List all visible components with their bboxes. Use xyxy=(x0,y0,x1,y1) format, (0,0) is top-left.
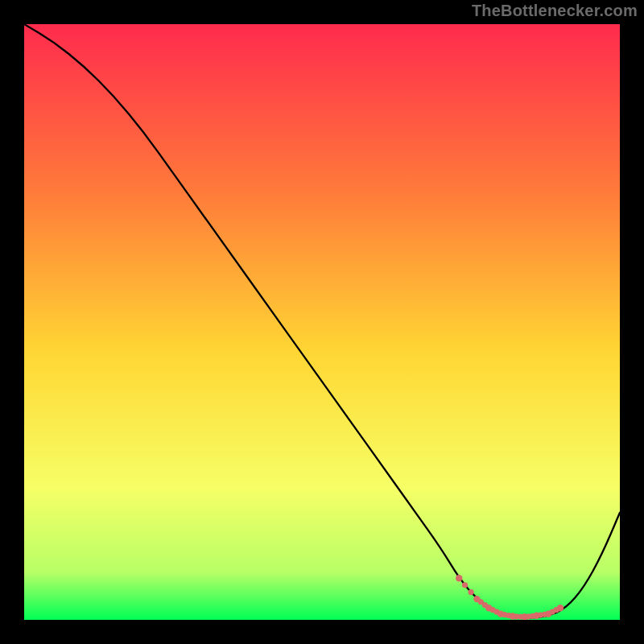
optimal-dot xyxy=(456,575,462,581)
optimal-dot xyxy=(468,589,473,595)
plot-area xyxy=(24,24,620,620)
attribution-text: TheBottlenecker.com xyxy=(472,2,638,20)
gradient-background xyxy=(24,24,620,620)
optimal-dot xyxy=(462,582,468,588)
optimal-dot xyxy=(557,605,564,611)
chart-frame: TheBottlenecker.com xyxy=(0,0,644,644)
plot-svg xyxy=(24,24,620,620)
